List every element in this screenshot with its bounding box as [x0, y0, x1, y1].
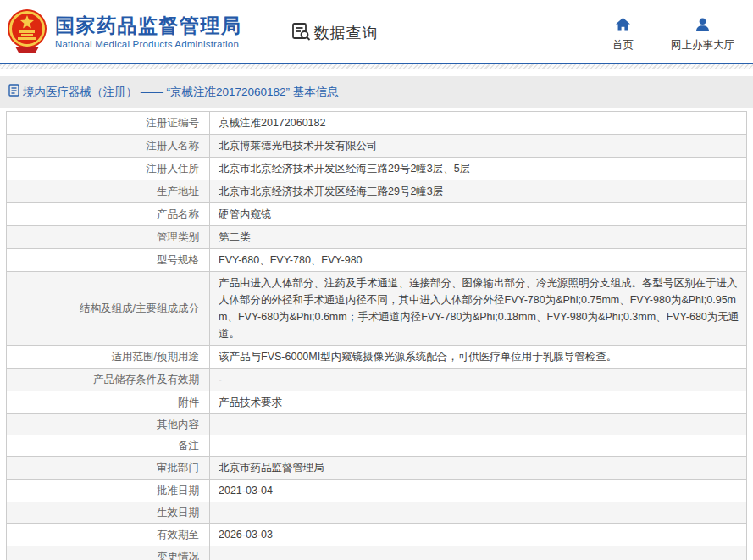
row-value: 产品技术要求	[210, 391, 747, 414]
row-label: 审批部门	[7, 457, 210, 480]
document-search-icon	[291, 21, 314, 45]
row-value	[210, 414, 747, 435]
row-value: 北京市北京经济技术开发区经海三路29号2幢3层、5层	[210, 158, 747, 180]
data-query-label: 数据查询	[314, 23, 379, 43]
table-row: 注册人名称 北京博莱德光电技术开发有限公司	[7, 135, 747, 158]
data-query-tab[interactable]: 数据查询	[291, 21, 379, 45]
row-value: 2026-03-03	[210, 524, 747, 546]
org-title: 国家药品监督管理局	[55, 14, 242, 36]
table-row: 有效期至 2026-03-03	[7, 524, 747, 546]
row-label: 批准日期	[7, 480, 210, 502]
nmpa-logo[interactable]: 国家药品监督管理局 National Medical Products Admi…	[7, 6, 242, 57]
nav-home-label: 首页	[612, 38, 634, 53]
row-label: 适用范围/预期用途	[7, 346, 210, 369]
row-value: FVY-680、FVY-780、FVY-980	[210, 249, 747, 272]
row-label: 产品储存条件及有效期	[7, 369, 210, 391]
row-label: 生产地址	[7, 180, 210, 203]
site-header: 国家药品监督管理局 National Medical Products Admi…	[0, 0, 753, 64]
row-label: 有效期至	[7, 524, 210, 546]
row-label: 注册证编号	[7, 112, 210, 135]
table-row: 备注	[7, 435, 747, 457]
table-row: 产品名称 硬管内窥镜	[7, 203, 747, 226]
table-row: 批准日期 2021-03-04	[7, 480, 747, 502]
row-value: 该产品与FVS-6000MI型内窥镜摄像光源系统配合，可供医疗单位用于乳腺导管检…	[210, 346, 747, 369]
header-divider	[0, 64, 753, 69]
table-row: 生产地址 北京市北京经济技术开发区经海三路29号2幢3层	[7, 180, 747, 203]
row-value: 京械注准20172060182	[210, 112, 747, 135]
table-row: 产品储存条件及有效期 -	[7, 369, 747, 391]
page-title: 境内医疗器械（注册） —— “京械注准20172060182” 基本信息	[23, 85, 339, 100]
row-value: -	[210, 369, 747, 391]
row-value: 2021-03-04	[210, 480, 747, 502]
row-value	[210, 435, 747, 457]
row-label: 型号规格	[7, 249, 210, 272]
row-label: 产品名称	[7, 203, 210, 226]
table-row: 审批部门 北京市药品监督管理局	[7, 457, 747, 480]
nav-home[interactable]: 首页	[612, 18, 634, 53]
row-label: 管理类别	[7, 226, 210, 249]
row-label: 结构及组成/主要组成成分	[7, 272, 210, 346]
row-value: 北京博莱德光电技术开发有限公司	[210, 135, 747, 158]
table-row: 生效日期	[7, 502, 747, 524]
row-label: 生效日期	[7, 502, 210, 524]
row-value: 硬管内窥镜	[210, 203, 747, 226]
row-value	[210, 546, 747, 560]
breadcrumb: 境内医疗器械（注册） —— “京械注准20172060182” 基本信息	[0, 76, 753, 108]
table-row: 型号规格 FVY-680、FVY-780、FVY-980	[7, 249, 747, 272]
nav-online-hall[interactable]: 网上办事大厅	[671, 18, 734, 53]
row-label: 其他内容	[7, 414, 210, 435]
home-icon	[616, 18, 630, 35]
row-label: 变更情况	[7, 546, 210, 560]
row-label: 注册人名称	[7, 135, 210, 158]
header-nav: 首页 网上办事大厅	[612, 18, 734, 53]
table-row: 其他内容	[7, 414, 747, 435]
table-row: 管理类别 第二类	[7, 226, 747, 249]
table-row: 注册人住所 北京市北京经济技术开发区经海三路29号2幢3层、5层	[7, 158, 747, 180]
national-emblem-icon	[7, 6, 47, 57]
row-value: 第二类	[210, 226, 747, 249]
row-value: 产品由进入人体部分、注药及手术通道、连接部分、图像输出部分、冷光源照明分支组成。…	[210, 272, 747, 346]
row-label: 备注	[7, 435, 210, 457]
table-row: 结构及组成/主要组成成分 产品由进入人体部分、注药及手术通道、连接部分、图像输出…	[7, 272, 747, 346]
table-row: 注册证编号 京械注准20172060182	[7, 112, 747, 135]
registration-info-table: 注册证编号 京械注准20172060182 注册人名称 北京博莱德光电技术开发有…	[6, 111, 747, 560]
nav-online-hall-label: 网上办事大厅	[671, 38, 734, 53]
org-subtitle: National Medical Products Administration	[55, 39, 242, 49]
page-doc-icon	[8, 84, 23, 100]
row-value: 北京市北京经济技术开发区经海三路29号2幢3层	[210, 180, 747, 203]
person-icon	[695, 18, 710, 35]
table-row: 适用范围/预期用途 该产品与FVS-6000MI型内窥镜摄像光源系统配合，可供医…	[7, 346, 747, 369]
row-label: 附件	[7, 391, 210, 414]
row-label: 注册人住所	[7, 158, 210, 180]
table-row: 附件 产品技术要求	[7, 391, 747, 414]
row-value	[210, 502, 747, 524]
row-value: 北京市药品监督管理局	[210, 457, 747, 480]
table-row: 变更情况	[7, 546, 747, 560]
